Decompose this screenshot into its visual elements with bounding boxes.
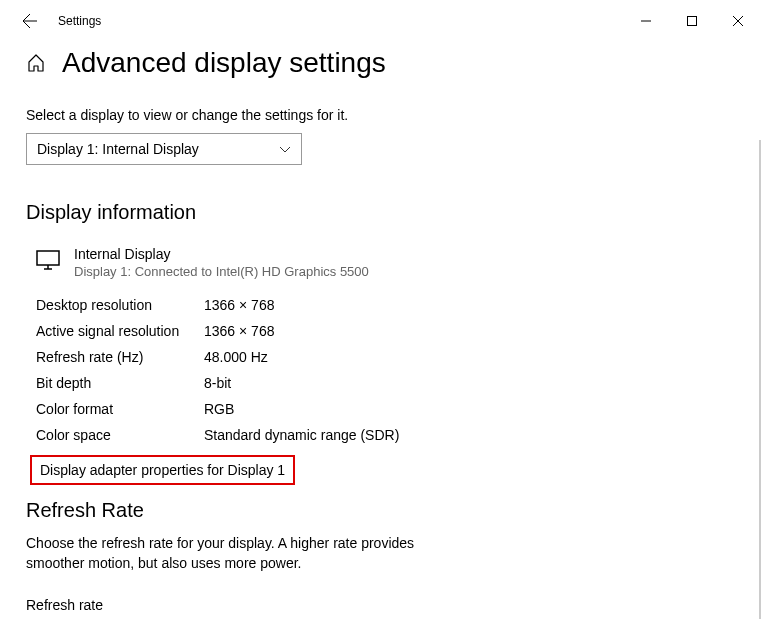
info-value: 8-bit [204,375,231,391]
display-name: Internal Display [74,246,369,262]
select-display-instruction: Select a display to view or change the s… [26,107,735,123]
refresh-rate-heading: Refresh Rate [26,499,735,522]
svg-rect-0 [688,17,697,26]
titlebar: Settings [0,0,761,42]
info-label: Color format [36,401,204,417]
display-information-heading: Display information [26,201,735,224]
arrow-left-icon [22,13,38,29]
svg-rect-1 [37,251,59,265]
info-value: Standard dynamic range (SDR) [204,427,399,443]
table-row: Color format RGB [36,401,735,417]
close-icon [733,16,743,26]
minimize-icon [641,16,651,26]
dropdown-value: Display 1: Internal Display [37,141,199,157]
home-icon[interactable] [26,53,46,73]
maximize-button[interactable] [669,6,715,36]
info-label: Color space [36,427,204,443]
table-row: Color space Standard dynamic range (SDR) [36,427,735,443]
page-header: Advanced display settings [26,47,735,79]
minimize-button[interactable] [623,6,669,36]
window-title: Settings [58,14,101,28]
content-area: Advanced display settings Select a displ… [0,42,761,613]
refresh-rate-description: Choose the refresh rate for your display… [26,534,426,573]
info-label: Desktop resolution [36,297,204,313]
info-label: Refresh rate (Hz) [36,349,204,365]
monitor-icon [36,248,60,272]
display-info-table: Desktop resolution 1366 × 768 Active sig… [26,297,735,443]
table-row: Active signal resolution 1366 × 768 [36,323,735,339]
info-value: 1366 × 768 [204,323,274,339]
display-select-dropdown[interactable]: Display 1: Internal Display [26,133,302,165]
info-label: Bit depth [36,375,204,391]
maximize-icon [687,16,697,26]
refresh-rate-label: Refresh rate [26,597,735,613]
info-value: RGB [204,401,234,417]
display-summary: Internal Display Display 1: Connected to… [26,246,735,279]
back-button[interactable] [16,7,44,35]
display-connection: Display 1: Connected to Intel(R) HD Grap… [74,264,369,279]
chevron-down-icon [279,143,291,155]
info-value: 1366 × 768 [204,297,274,313]
window-controls [623,6,761,36]
info-value: 48.000 Hz [204,349,268,365]
page-title: Advanced display settings [62,47,386,79]
table-row: Bit depth 8-bit [36,375,735,391]
table-row: Refresh rate (Hz) 48.000 Hz [36,349,735,365]
adapter-properties-link[interactable]: Display adapter properties for Display 1 [30,455,295,485]
info-label: Active signal resolution [36,323,204,339]
close-button[interactable] [715,6,761,36]
table-row: Desktop resolution 1366 × 768 [36,297,735,313]
